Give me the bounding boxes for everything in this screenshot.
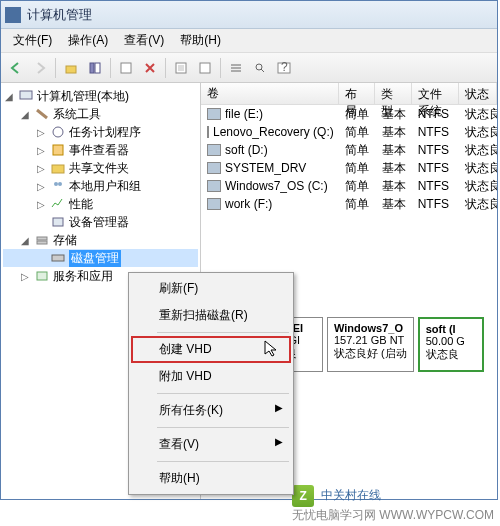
volume-fs: NTFS [412,196,459,212]
expand-icon[interactable]: ▷ [35,163,47,174]
back-button[interactable] [5,57,27,79]
export-button[interactable] [194,57,216,79]
volume-list-header: 卷 布局 类型 文件系统 状态 [201,83,497,105]
menu-view[interactable]: 查看(V) [116,29,172,52]
col-volume[interactable]: 卷 [201,83,339,104]
users-icon [50,179,66,193]
volume-name: Lenovo_Recovery (Q:) [213,125,334,139]
tree-eventvwr[interactable]: ▷ 事件查看器 [3,141,198,159]
menu-action[interactable]: 操作(A) [60,29,116,52]
col-status[interactable]: 状态 [459,83,497,104]
volume-status: 状态良 [459,195,497,214]
tree-devmgr[interactable]: 设备管理器 [3,213,198,231]
expand-icon[interactable]: ▷ [35,145,47,156]
col-layout[interactable]: 布局 [339,83,375,104]
forward-button[interactable] [29,57,51,79]
volume-fs: NTFS [412,142,459,158]
volume-status: 状态良 [459,159,497,178]
services-icon [34,269,50,283]
tree-scheduler[interactable]: ▷ 任务计划程序 [3,123,198,141]
ctx-attach-vhd[interactable]: 附加 VHD [131,363,291,390]
volume-type: 基本 [376,159,412,178]
properties-button[interactable] [115,57,137,79]
svg-rect-11 [53,145,63,155]
volume-layout: 简单 [339,177,375,196]
tree-localusers[interactable]: ▷ 本地用户和组 [3,177,198,195]
expand-icon[interactable]: ◢ [19,109,31,120]
ctx-view[interactable]: 查看(V)▶ [131,431,291,458]
menu-help[interactable]: 帮助(H) [172,29,229,52]
folder-icon [50,161,66,175]
disk-icon [50,251,66,265]
expand-icon[interactable]: ▷ [35,199,47,210]
tree-root[interactable]: ◢ 计算机管理(本地) [3,87,198,105]
delete-button[interactable] [139,57,161,79]
svg-rect-1 [90,63,94,73]
svg-rect-19 [37,272,47,280]
svg-rect-16 [37,237,47,240]
menu-file[interactable]: 文件(F) [5,29,60,52]
volume-type: 基本 [376,177,412,196]
tree-systools[interactable]: ◢ 系统工具 [3,105,198,123]
expand-icon[interactable]: ◢ [19,235,31,246]
separator [157,393,289,394]
tree-diskmgmt[interactable]: 磁盘管理 [3,249,198,267]
device-icon [50,215,66,229]
find-button[interactable] [249,57,271,79]
svg-point-10 [53,127,63,137]
context-menu: 刷新(F) 重新扫描磁盘(R) 创建 VHD 附加 VHD 所有任务(K)▶ 查… [128,272,294,495]
expand-icon[interactable]: ▷ [35,127,47,138]
show-hide-button[interactable] [84,57,106,79]
expand-icon[interactable]: ▷ [19,271,31,282]
computer-icon [18,89,34,103]
logo-icon: Z [292,485,314,507]
submenu-arrow-icon: ▶ [275,402,283,413]
volume-row[interactable]: Windows7_OS (C:)简单基本NTFS状态良 [201,177,497,195]
svg-rect-17 [37,241,47,244]
ctx-rescan[interactable]: 重新扫描磁盘(R) [131,302,291,329]
expand-icon[interactable]: ▷ [35,181,47,192]
list-button[interactable] [225,57,247,79]
volume-status: 状态良 [459,141,497,160]
col-type[interactable]: 类型 [375,83,411,104]
ctx-refresh[interactable]: 刷新(F) [131,275,291,302]
titlebar[interactable]: 计算机管理 [1,1,497,29]
svg-rect-3 [121,63,131,73]
svg-text:?: ? [281,61,288,74]
col-fs[interactable]: 文件系统 [412,83,459,104]
volume-type: 基本 [376,195,412,214]
svg-rect-12 [52,165,64,173]
volume-list[interactable]: file (E:)简单基本NTFS状态良Lenovo_Recovery (Q:)… [201,105,497,213]
svg-rect-0 [66,66,76,73]
expand-icon[interactable]: ◢ [3,91,15,102]
tree-storage[interactable]: ◢ 存储 [3,231,198,249]
volume-type: 基本 [376,105,412,124]
up-button[interactable] [60,57,82,79]
tree-shared[interactable]: ▷ 共享文件夹 [3,159,198,177]
svg-rect-15 [53,218,63,226]
ctx-all-tasks[interactable]: 所有任务(K)▶ [131,397,291,424]
drive-icon [207,108,221,120]
drive-icon [207,126,209,138]
separator [157,461,289,462]
separator [157,427,289,428]
volume-status: 状态良 [459,123,497,142]
tree-perf[interactable]: ▷ 性能 [3,195,198,213]
disk-partition-windows[interactable]: Windows7_O 157.21 GB NT 状态良好 (启动 [327,317,414,372]
help-button[interactable]: ? [273,57,295,79]
volume-type: 基本 [376,123,412,142]
volume-row[interactable]: Lenovo_Recovery (Q:)简单基本NTFS状态良 [201,123,497,141]
watermark: Z 中关村在线 无忧电脑学习网 WWW.WYPCW.COM [292,485,494,524]
volume-type: 基本 [376,141,412,160]
volume-row[interactable]: file (E:)简单基本NTFS状态良 [201,105,497,123]
refresh-button[interactable] [170,57,192,79]
volume-fs: NTFS [412,178,459,194]
svg-rect-5 [200,63,210,73]
ctx-help[interactable]: 帮助(H) [131,465,291,492]
cursor-icon [264,340,282,358]
volume-row[interactable]: SYSTEM_DRV简单基本NTFS状态良 [201,159,497,177]
volume-row[interactable]: work (F:)简单基本NTFS状态良 [201,195,497,213]
volume-row[interactable]: soft (D:)简单基本NTFS状态良 [201,141,497,159]
submenu-arrow-icon: ▶ [275,436,283,447]
disk-partition-soft[interactable]: soft (I 50.00 G 状态良 [418,317,484,372]
